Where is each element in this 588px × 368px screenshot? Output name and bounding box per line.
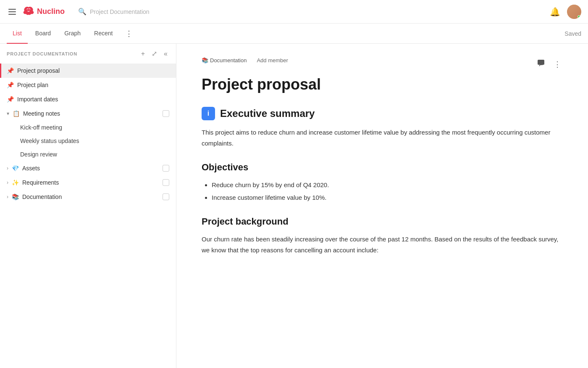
- item-checkbox[interactable]: [163, 193, 169, 200]
- section-objectives: Objectives Reduce churn by 15% by end of…: [202, 162, 563, 203]
- breadcrumb: 📚 Documentation Add member: [202, 57, 288, 64]
- more-doc-options-button[interactable]: ⋮: [552, 58, 563, 71]
- sidebar-header-actions: + ⤢ «: [139, 49, 169, 58]
- pin-icon: 📌: [7, 67, 14, 74]
- section-heading-text: Executive summary: [220, 108, 315, 119]
- breadcrumb-label: Documentation: [210, 57, 247, 64]
- add-item-button[interactable]: +: [139, 49, 147, 58]
- notes-icon: 📋: [13, 110, 20, 117]
- logo-brain-icon: [23, 6, 34, 18]
- project-background-body: Our churn rate has been steadily increas…: [202, 234, 563, 255]
- hamburger-menu[interactable]: [7, 7, 18, 16]
- sparkle-icon: ✨: [12, 179, 19, 186]
- sidebar-item-label: Requirements: [22, 179, 159, 186]
- diamond-icon: 💎: [12, 165, 19, 172]
- child-item-label: Design review: [20, 151, 57, 158]
- top-right-actions: 🔔: [550, 5, 581, 19]
- saved-status: Saved: [564, 30, 581, 37]
- add-member-link[interactable]: Add member: [257, 57, 288, 64]
- info-section-icon: i: [202, 107, 215, 120]
- project-background-heading: Project background: [202, 216, 563, 227]
- objective-item: Increase customer lifetime value by 10%.: [212, 192, 563, 203]
- tab-graph[interactable]: Graph: [58, 24, 87, 44]
- tab-recent[interactable]: Recent: [88, 24, 118, 44]
- sidebar-item-label: Documentation: [22, 193, 159, 200]
- breadcrumb-docs-icon: 📚: [202, 57, 208, 64]
- sidebar-item-label: Project plan: [17, 82, 169, 88]
- chevron-right-icon: ›: [7, 180, 8, 185]
- child-item-label: Weekly status updates: [20, 138, 79, 144]
- search-bar[interactable]: 🔍 Project Documentation: [78, 8, 246, 16]
- section-heading: i Executive summary: [202, 107, 563, 120]
- pin-icon: 📌: [7, 96, 14, 103]
- more-options-icon[interactable]: ⋮: [122, 27, 136, 40]
- online-status-dot: [578, 15, 581, 19]
- tab-board[interactable]: Board: [29, 24, 57, 44]
- executive-summary-body: This project aims to reduce churn and in…: [202, 127, 563, 148]
- item-checkbox[interactable]: [163, 165, 169, 172]
- chevron-right-icon: ›: [7, 194, 8, 200]
- sidebar-item-weekly-status[interactable]: Weekly status updates: [13, 134, 176, 148]
- avatar[interactable]: [567, 5, 581, 19]
- sidebar-item-assets[interactable]: › 💎 Assets: [0, 161, 176, 175]
- doc-action-buttons: ⋮: [535, 57, 563, 71]
- sidebar-item-label: Project proposal: [17, 67, 169, 74]
- objectives-heading: Objectives: [202, 162, 563, 173]
- notifications-icon[interactable]: 🔔: [550, 7, 560, 17]
- sidebar: PROJECT DOCUMENTATION + ⤢ « 📌 Project pr…: [0, 44, 176, 368]
- tab-bar: List Board Graph Recent ⋮ Saved: [0, 24, 588, 44]
- sidebar-item-label: Meeting notes: [23, 110, 159, 117]
- doc-header-row: 📚 Documentation Add member ⋮: [202, 57, 563, 72]
- child-item-label: Kick-off meeting: [20, 124, 62, 131]
- section-project-background: Project background Our churn rate has be…: [202, 216, 563, 255]
- sidebar-item-label: Assets: [22, 165, 159, 172]
- sidebar-title: PROJECT DOCUMENTATION: [7, 51, 136, 56]
- sidebar-item-documentation[interactable]: › 📚 Documentation: [0, 190, 176, 204]
- sidebar-item-requirements[interactable]: › ✨ Requirements: [0, 175, 176, 190]
- pin-icon: 📌: [7, 82, 14, 88]
- sidebar-item-project-proposal[interactable]: 📌 Project proposal: [0, 64, 176, 78]
- comments-button[interactable]: [535, 57, 547, 71]
- sidebar-item-label: Important dates: [17, 96, 169, 103]
- tab-list[interactable]: List: [7, 24, 28, 44]
- search-placeholder: Project Documentation: [90, 8, 150, 15]
- item-checkbox[interactable]: [163, 110, 169, 117]
- expand-button[interactable]: ⤢: [150, 49, 159, 58]
- content-area: 📚 Documentation Add member ⋮ Project pro…: [176, 44, 588, 368]
- section-executive-summary: i Executive summary This project aims to…: [202, 107, 563, 148]
- objectives-list: Reduce churn by 15% by end of Q4 2020. I…: [202, 180, 563, 203]
- top-nav: Nuclino 🔍 Project Documentation 🔔: [0, 0, 588, 24]
- sidebar-item-project-plan[interactable]: 📌 Project plan: [0, 78, 176, 92]
- collapse-sidebar-button[interactable]: «: [162, 49, 169, 58]
- logo[interactable]: Nuclino: [23, 6, 65, 18]
- sidebar-item-important-dates[interactable]: 📌 Important dates: [0, 92, 176, 106]
- svg-rect-0: [538, 60, 544, 65]
- sidebar-header: PROJECT DOCUMENTATION + ⤢ «: [0, 44, 176, 64]
- sidebar-item-design-review[interactable]: Design review: [13, 148, 176, 161]
- sidebar-item-meeting-notes[interactable]: ▾ 📋 Meeting notes: [0, 106, 176, 121]
- objective-item: Reduce churn by 15% by end of Q4 2020.: [212, 180, 563, 191]
- books-icon: 📚: [12, 193, 19, 200]
- breadcrumb-documentation-link[interactable]: 📚 Documentation: [202, 57, 247, 64]
- logo-text: Nuclino: [37, 7, 65, 16]
- chevron-down-icon: ▾: [7, 111, 9, 116]
- document-title: Project proposal: [202, 75, 563, 93]
- main-layout: PROJECT DOCUMENTATION + ⤢ « 📌 Project pr…: [0, 44, 588, 368]
- meeting-notes-children: Kick-off meeting Weekly status updates D…: [0, 121, 176, 161]
- chevron-right-icon: ›: [7, 165, 8, 171]
- search-icon: 🔍: [78, 8, 87, 16]
- sidebar-item-kickoff[interactable]: Kick-off meeting: [13, 121, 176, 134]
- item-checkbox[interactable]: [163, 179, 169, 186]
